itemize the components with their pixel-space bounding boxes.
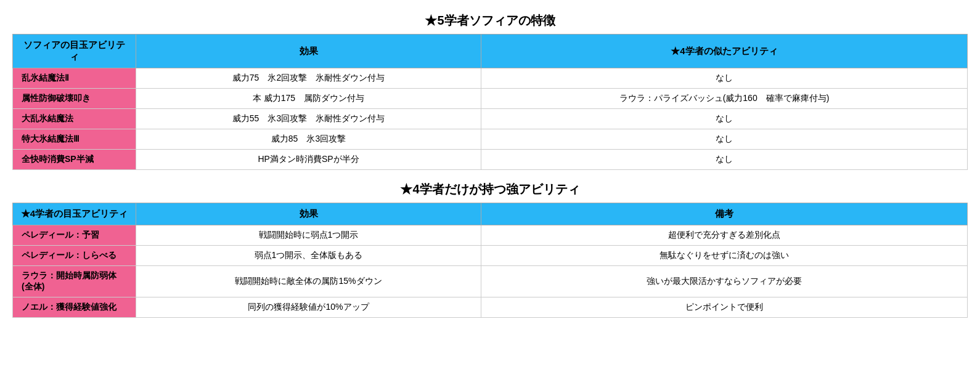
note-cell: ピンポイントで便利 <box>481 297 968 318</box>
ability-cell: 特大氷結魔法Ⅲ <box>13 129 136 150</box>
effect-cell: 同列の獲得経験値が10%アップ <box>136 297 481 318</box>
table-row: ペレディール：しらべる弱点1つ開示、全体版もある無駄なぐりをせずに済むのは強い <box>13 246 968 266</box>
similar-cell: なし <box>481 129 968 150</box>
ability-cell: ペレディール：予習 <box>13 225 136 246</box>
effect-cell: 弱点1つ開示、全体版もある <box>136 246 481 266</box>
section1-header-ability: ソフィアの目玉アビリティ <box>13 34 136 68</box>
table-row: 全快時消費SP半減HP満タン時消費SPが半分なし <box>13 150 968 170</box>
effect-cell: 威力75 氷2回攻撃 氷耐性ダウン付与 <box>136 68 481 89</box>
effect-cell: 本 威力175 属防ダウン付与 <box>136 89 481 109</box>
table-row: 特大氷結魔法Ⅲ威力85 氷3回攻撃なし <box>13 129 968 150</box>
ability-cell: ペレディール：しらべる <box>13 246 136 266</box>
ability-cell: 大乱氷結魔法 <box>13 109 136 129</box>
ability-cell: ノエル：獲得経験値強化 <box>13 297 136 318</box>
effect-cell: HP満タン時消費SPが半分 <box>136 150 481 170</box>
effect-cell: 戦闘開始時に敵全体の属防15%ダウン <box>136 266 481 297</box>
table-row: 乱氷結魔法Ⅱ威力75 氷2回攻撃 氷耐性ダウン付与なし <box>13 68 968 89</box>
similar-cell: ラウラ：パライズバッシュ(威力160 確率で麻痺付与) <box>481 89 968 109</box>
section1-header-similar: ★4学者の似たアビリティ <box>481 34 968 68</box>
section2-table: ★4学者の目玉アビリティ 効果 備考 ペレディール：予習戦闘開始時に弱点1つ開示… <box>12 203 968 318</box>
ability-cell: 属性防御破壊叩き <box>13 89 136 109</box>
ability-cell: 乱氷結魔法Ⅱ <box>13 68 136 89</box>
table-row: ペレディール：予習戦闘開始時に弱点1つ開示超便利で充分すぎる差別化点 <box>13 225 968 246</box>
section2-title: ★4学者だけが持つ強アビリティ <box>12 181 968 198</box>
table-row: 属性防御破壊叩き本 威力175 属防ダウン付与ラウラ：パライズバッシュ(威力16… <box>13 89 968 109</box>
section2-header-ability: ★4学者の目玉アビリティ <box>13 203 136 225</box>
table-row: ノエル：獲得経験値強化同列の獲得経験値が10%アップピンポイントで便利 <box>13 297 968 318</box>
table-row: ラウラ：開始時属防弱体(全体)戦闘開始時に敵全体の属防15%ダウン強いが最大限活… <box>13 266 968 297</box>
note-cell: 超便利で充分すぎる差別化点 <box>481 225 968 246</box>
effect-cell: 戦闘開始時に弱点1つ開示 <box>136 225 481 246</box>
note-cell: 無駄なぐりをせずに済むのは強い <box>481 246 968 266</box>
effect-cell: 威力85 氷3回攻撃 <box>136 129 481 150</box>
effect-cell: 威力55 氷3回攻撃 氷耐性ダウン付与 <box>136 109 481 129</box>
section1-title: ★5学者ソフィアの特徴 <box>12 12 968 29</box>
ability-cell: 全快時消費SP半減 <box>13 150 136 170</box>
section2-header-effect: 効果 <box>136 203 481 225</box>
similar-cell: なし <box>481 68 968 89</box>
section2-header-note: 備考 <box>481 203 968 225</box>
ability-cell: ラウラ：開始時属防弱体(全体) <box>13 266 136 297</box>
section1-table: ソフィアの目玉アビリティ 効果 ★4学者の似たアビリティ 乱氷結魔法Ⅱ威力75 … <box>12 34 968 170</box>
table-row: 大乱氷結魔法威力55 氷3回攻撃 氷耐性ダウン付与なし <box>13 109 968 129</box>
note-cell: 強いが最大限活かすならソフィアが必要 <box>481 266 968 297</box>
section1-header-effect: 効果 <box>136 34 481 68</box>
similar-cell: なし <box>481 109 968 129</box>
similar-cell: なし <box>481 150 968 170</box>
